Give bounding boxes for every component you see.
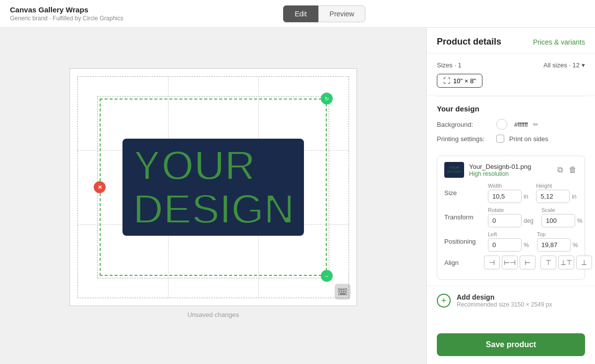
resize-handle-br[interactable]: ↔	[321, 270, 333, 282]
align-right-btn[interactable]: ⊢	[520, 256, 536, 269]
top-unit: %	[573, 242, 578, 249]
selected-size: 10" × 8"	[453, 77, 476, 85]
design-text-your: YOUR	[132, 144, 294, 187]
edit-color-icon[interactable]: ✏	[533, 121, 538, 128]
unsaved-label: Unsaved changes	[187, 311, 239, 318]
align-bottom-btn[interactable]: ⊥	[576, 256, 592, 269]
width-header: Width	[488, 183, 528, 189]
canvas-area: ✕ ↻ ↔ YOUR DESIGN	[0, 28, 426, 364]
svg-rect-4	[345, 289, 346, 291]
rotate-header: Rotate	[488, 207, 534, 213]
design-file-card: YOURDESIGN Your_Designb-01.png High reso…	[437, 156, 585, 280]
app-title: Canvas Gallery Wraps	[10, 5, 123, 14]
size-prop-row: Size Width in Height in	[444, 183, 578, 203]
width-input-group: in	[488, 190, 528, 203]
design-text-design: DESIGN	[132, 187, 294, 231]
file-header: YOURDESIGN Your_Designb-01.png High reso…	[444, 162, 578, 178]
height-unit: in	[572, 193, 576, 200]
header: Canvas Gallery Wraps Generic brand · Ful…	[0, 0, 595, 28]
bg-color-value: #ffffff	[514, 121, 528, 128]
rotate-input-group: deg	[488, 214, 534, 227]
panel-header: Product details Prices & variants	[427, 28, 595, 53]
size-chip[interactable]: ⛶ 10" × 8"	[437, 74, 482, 88]
transform-prop-row: Transform Rotate deg Scale %	[444, 207, 578, 227]
prices-link[interactable]: Prices & variants	[533, 38, 585, 46]
align-buttons: ⊣ ⊢⊣ ⊢ ⊤ ⊥⊤ ⊥	[484, 256, 592, 269]
file-resolution: High resolution	[469, 170, 551, 177]
scale-input[interactable]	[541, 214, 575, 227]
bg-color-preview[interactable]	[496, 119, 507, 130]
svg-rect-8	[345, 291, 346, 293]
align-center-h-btn[interactable]: ⊢⊣	[502, 256, 518, 269]
design-graphic-bg: YOUR DESIGN	[122, 139, 303, 236]
svg-rect-6	[341, 291, 342, 293]
thumbnail-graphic: YOURDESIGN	[448, 166, 461, 173]
svg-rect-2	[341, 289, 343, 291]
positioning-prop-row: Positioning Left % Top %	[444, 231, 578, 252]
svg-rect-9	[340, 293, 346, 295]
scale-header: Scale	[541, 207, 583, 213]
unsaved-bar: Unsaved changes	[182, 306, 244, 323]
size-icon: ⛶	[443, 77, 450, 85]
add-design-sublabel: Recommended size 3150 × 2549 px	[457, 301, 552, 308]
add-plus-icon: +	[437, 294, 451, 308]
resize-handle-tr[interactable]: ↻	[321, 93, 333, 104]
align-label: Align	[444, 259, 484, 266]
your-design-section: Your design Background: #ffffff ✏ Printi…	[427, 97, 595, 156]
add-design-button[interactable]: + Add design Recommended size 3150 × 254…	[427, 286, 595, 315]
svg-rect-1	[339, 289, 341, 291]
preview-tab[interactable]: Preview	[318, 5, 366, 22]
brand-subtitle: Generic brand · Fulfilled by Circle Grap…	[10, 15, 123, 22]
file-name: Your_Designb-01.png	[469, 163, 551, 170]
save-product-button[interactable]: Save product	[437, 333, 585, 356]
left-input[interactable]	[488, 238, 522, 252]
design-area[interactable]: ✕ ↻ ↔ YOUR DESIGN	[100, 99, 327, 276]
left-unit: %	[524, 242, 529, 249]
save-section: Save product	[427, 325, 595, 364]
sizes-row: Sizes · 1 All sizes · 12 ▾	[437, 61, 585, 69]
remove-handle[interactable]: ✕	[94, 181, 106, 193]
height-input[interactable]	[536, 190, 570, 203]
canvas-wrapper: ✕ ↻ ↔ YOUR DESIGN	[69, 68, 357, 306]
right-panel: Product details Prices & variants Sizes …	[426, 28, 595, 364]
file-actions: ⧉ 🗑	[556, 164, 578, 175]
scale-input-group: %	[541, 214, 583, 227]
svg-rect-3	[343, 289, 345, 291]
sizes-section: Sizes · 1 All sizes · 12 ▾ ⛶ 10" × 8"	[427, 53, 595, 96]
print-sides-checkbox[interactable]	[496, 135, 504, 143]
scale-unit: %	[577, 217, 583, 224]
background-row: Background: #ffffff ✏	[437, 119, 585, 130]
width-unit: in	[524, 193, 528, 200]
height-input-group: in	[536, 190, 576, 203]
align-row: Align ⊣ ⊢⊣ ⊢ ⊤ ⊥⊤ ⊥	[444, 256, 578, 269]
background-label: Background:	[437, 121, 491, 128]
rotate-unit: deg	[524, 217, 534, 224]
keyboard-icon[interactable]	[335, 284, 351, 300]
align-middle-v-btn[interactable]: ⊥⊤	[558, 256, 574, 269]
printing-label: Printing settings:	[437, 135, 491, 143]
width-input[interactable]	[488, 190, 522, 203]
align-left-btn[interactable]: ⊣	[484, 256, 500, 269]
panel-title: Product details	[437, 37, 501, 47]
align-top-btn[interactable]: ⊤	[540, 256, 556, 269]
header-brand: Canvas Gallery Wraps Generic brand · Ful…	[10, 5, 123, 22]
add-design-label: Add design	[457, 293, 552, 301]
top-header: Top	[537, 231, 578, 237]
edit-preview-tabs: Edit Preview	[283, 5, 365, 22]
edit-tab[interactable]: Edit	[283, 5, 318, 22]
print-sides-label: Print on sides	[509, 135, 548, 143]
copy-file-button[interactable]: ⧉	[556, 164, 564, 175]
top-input[interactable]	[537, 238, 571, 252]
printing-row: Printing settings: Print on sides	[437, 135, 585, 143]
rotate-input[interactable]	[488, 214, 522, 227]
all-sizes[interactable]: All sizes · 12 ▾	[543, 61, 585, 69]
file-thumbnail: YOURDESIGN	[444, 162, 464, 178]
delete-file-button[interactable]: 🗑	[568, 164, 578, 175]
main-layout: ✕ ↻ ↔ YOUR DESIGN	[0, 28, 595, 364]
svg-rect-5	[339, 291, 340, 293]
transform-prop-label: Transform	[444, 213, 484, 221]
height-header: Height	[536, 183, 576, 189]
top-input-group: %	[537, 238, 578, 252]
file-info: Your_Designb-01.png High resolution	[469, 163, 551, 177]
size-prop-label: Size	[444, 189, 484, 197]
